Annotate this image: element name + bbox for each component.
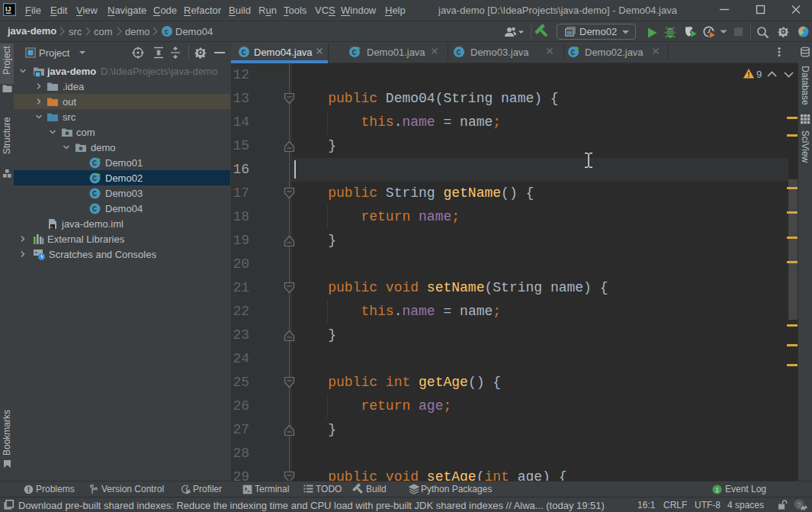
svg-text:C: C <box>457 49 461 57</box>
svg-text:C: C <box>242 49 246 57</box>
svg-text:C: C <box>571 49 576 57</box>
svg-text:C: C <box>92 205 97 214</box>
svg-text:?: ? <box>798 501 801 509</box>
svg-text:1: 1 <box>715 486 719 494</box>
svg-text:C: C <box>352 49 357 57</box>
svg-text:C: C <box>92 159 97 168</box>
svg-text:C: C <box>92 175 97 183</box>
svg-text:9: 9 <box>756 69 762 80</box>
svg-text:C: C <box>92 190 97 198</box>
